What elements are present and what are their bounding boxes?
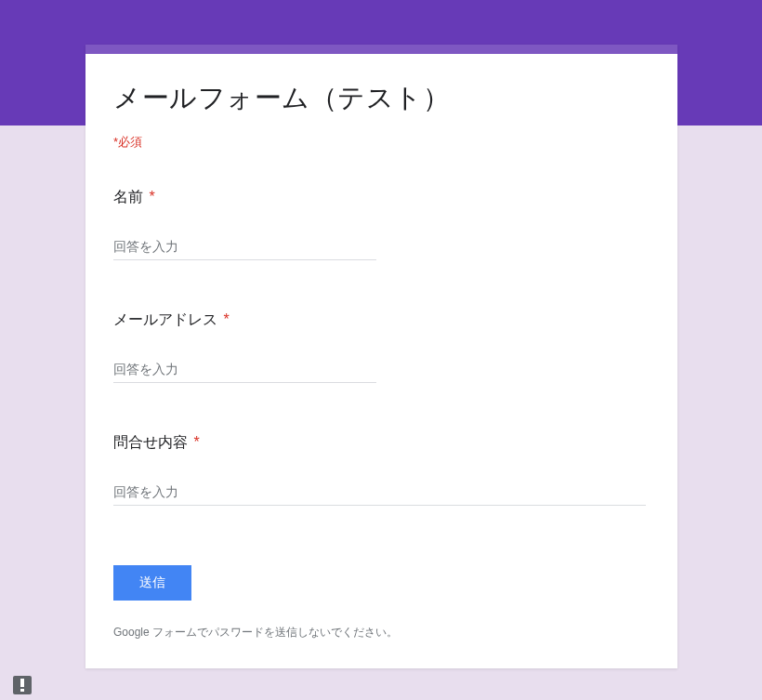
required-asterisk: * [223, 311, 229, 327]
email-input[interactable] [113, 358, 376, 383]
exclamation-icon [20, 679, 24, 692]
svg-rect-0 [20, 679, 24, 687]
question-inquiry: 問合せ内容 * [113, 433, 650, 506]
question-name: 名前 * [113, 188, 650, 260]
report-button[interactable] [13, 676, 32, 694]
required-asterisk: * [193, 434, 199, 450]
question-email: メールアドレス * [113, 310, 650, 383]
form-title: メールフォーム（テスト） [113, 80, 650, 117]
question-label: 問合せ内容 * [113, 433, 650, 453]
form-card: メールフォーム（テスト） *必須 名前 * メールアドレス * 問合せ内容 * … [85, 45, 677, 668]
name-input[interactable] [113, 235, 376, 260]
required-note: *必須 [113, 134, 650, 151]
submit-button[interactable]: 送信 [113, 565, 191, 601]
required-asterisk: * [149, 189, 154, 205]
svg-rect-1 [20, 689, 24, 692]
disclaimer-text: Google フォームでパスワードを送信しないでください。 [113, 625, 650, 641]
question-label: 名前 * [113, 188, 650, 207]
inquiry-input[interactable] [113, 481, 646, 506]
label-text: メールアドレス [113, 311, 217, 327]
label-text: 問合せ内容 [113, 434, 188, 450]
label-text: 名前 [113, 189, 143, 205]
question-label: メールアドレス * [113, 310, 650, 330]
